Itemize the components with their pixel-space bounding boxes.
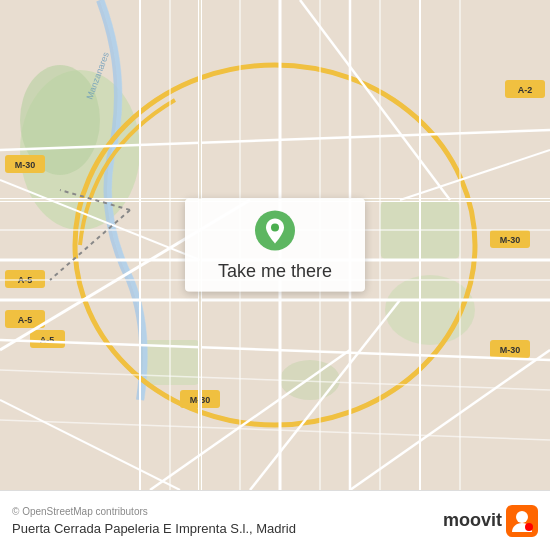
location-pin-icon	[253, 209, 297, 253]
svg-text:A-2: A-2	[518, 85, 533, 95]
svg-text:M-30: M-30	[500, 345, 521, 355]
svg-point-59	[516, 511, 528, 523]
moovit-text: moovit	[443, 510, 502, 531]
svg-text:M-30: M-30	[15, 160, 36, 170]
svg-point-57	[271, 224, 279, 232]
info-left: © OpenStreetMap contributors Puerta Cerr…	[12, 506, 296, 536]
moovit-logo: moovit	[443, 505, 538, 537]
map-container: M-30 A-5 A-2 M-30 M-30 M-30 A-5 A-5	[0, 0, 550, 490]
svg-text:A-5: A-5	[40, 335, 55, 345]
location-name: Puerta Cerrada Papeleria E Imprenta S.l.…	[12, 521, 296, 536]
take-me-there-button[interactable]: Take me there	[185, 199, 365, 292]
take-me-there-label: Take me there	[218, 261, 332, 282]
svg-text:M-30: M-30	[500, 235, 521, 245]
copyright-text: © OpenStreetMap contributors	[12, 506, 296, 517]
moovit-icon	[506, 505, 538, 537]
svg-text:A-5: A-5	[18, 315, 33, 325]
info-bar: © OpenStreetMap contributors Puerta Cerr…	[0, 490, 550, 550]
